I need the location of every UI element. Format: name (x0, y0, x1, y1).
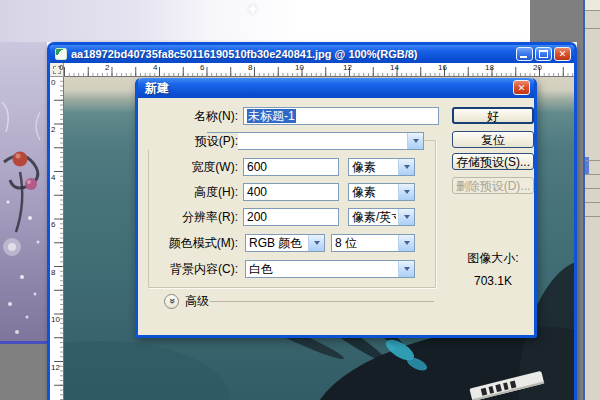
resolution-label: 分辨率(R): (138, 209, 238, 226)
horizontal-ruler[interactable]: 0 2 4 6 8 10 12 14 16 18 20 (64, 63, 574, 77)
name-input[interactable]: 未标题-1 (243, 107, 439, 125)
width-unit-select[interactable]: 像素 (348, 158, 415, 176)
width-label: 宽度(W): (138, 159, 238, 176)
dialog-titlebar[interactable]: 新建 ✕ (138, 78, 534, 98)
resolution-unit-select[interactable]: 像素/英寸 (348, 208, 415, 226)
chevron-down-icon[interactable] (398, 209, 414, 225)
chevron-down-icon[interactable] (398, 159, 414, 175)
ok-button[interactable]: 好 (452, 107, 534, 124)
maximize-icon (539, 50, 548, 58)
document-window-title: aa18972bd40735fa8c50116190510fb30e240841… (71, 48, 512, 60)
name-value: 未标题-1 (247, 109, 296, 123)
desktop-wallpaper-art (0, 42, 47, 341)
image-file-icon (55, 48, 67, 60)
advanced-divider (210, 301, 434, 302)
color-mode-label: 颜色模式(M): (138, 235, 238, 252)
new-document-dialog: 新建 ✕ 名称(N): 未标题-1 预设(P): 自定 宽度(W): 600 像… (135, 78, 537, 338)
sparkle-icon: ✦ (246, 0, 259, 19)
preset-label: 预设(P): (146, 133, 238, 150)
advanced-label: 高级 (185, 293, 209, 310)
palette-panel-top (585, 0, 600, 10)
palette-panel-edge (583, 0, 600, 400)
width-input[interactable]: 600 (243, 158, 339, 176)
background-select[interactable]: 白色 (245, 260, 415, 278)
color-mode-select[interactable]: RGB 颜色 (245, 234, 325, 252)
chevron-down-icon[interactable] (398, 235, 414, 251)
chevron-down-icon[interactable] (398, 261, 414, 277)
chevron-down-icon[interactable] (407, 133, 423, 149)
dialog-close-button[interactable]: ✕ (513, 80, 530, 95)
desktop-wallpaper-top (0, 0, 600, 42)
background-value: 白色 (249, 261, 396, 277)
delete-preset-button: 删除预设(D)... (452, 177, 534, 194)
double-chevron-icon: » (167, 298, 177, 304)
maximize-button[interactable] (535, 47, 552, 61)
desktop-gray-area (530, 0, 583, 42)
background-gray-area (0, 344, 47, 400)
preset-value: 自定 (211, 133, 405, 149)
height-unit-select[interactable]: 像素 (348, 183, 415, 201)
close-button[interactable]: ✕ (554, 47, 571, 61)
document-window-titlebar[interactable]: aa18972bd40735fa8c50116190510fb30e240841… (50, 45, 574, 63)
color-mode-value: RGB 颜色 (249, 235, 306, 251)
advanced-expander-button[interactable]: » (164, 294, 179, 309)
wallpaper-decoration (0, 42, 47, 341)
reset-button[interactable]: 复位 (452, 131, 534, 148)
dialog-title: 新建 (145, 80, 169, 97)
preset-select[interactable]: 自定 (207, 132, 424, 150)
screen: ✦ (0, 0, 600, 400)
image-size-label: 图像大小: (448, 250, 538, 267)
save-preset-button[interactable]: 存储预设(S)... (452, 153, 534, 170)
resolution-unit-value: 像素/英寸 (352, 209, 396, 225)
height-input[interactable]: 400 (243, 183, 339, 201)
chevron-down-icon[interactable] (308, 235, 324, 251)
minimize-button[interactable] (516, 47, 533, 61)
bit-depth-select[interactable]: 8 位 (331, 234, 415, 252)
minimize-icon (520, 56, 527, 58)
height-unit-value: 像素 (352, 184, 396, 200)
image-size-value: 703.1K (448, 274, 538, 288)
width-unit-value: 像素 (352, 159, 396, 175)
chevron-down-icon[interactable] (398, 184, 414, 200)
dialog-body: 名称(N): 未标题-1 预设(P): 自定 宽度(W): 600 像素 高度(… (138, 98, 534, 335)
bit-depth-value: 8 位 (335, 235, 396, 251)
name-label: 名称(N): (138, 108, 238, 125)
resolution-input[interactable]: 200 (243, 208, 339, 226)
vertical-ruler[interactable]: 0 2 4 6 8 10 12 (50, 77, 64, 400)
close-icon: ✕ (555, 48, 570, 60)
background-label: 背景内容(C): (138, 261, 238, 278)
height-label: 高度(H): (138, 184, 238, 201)
